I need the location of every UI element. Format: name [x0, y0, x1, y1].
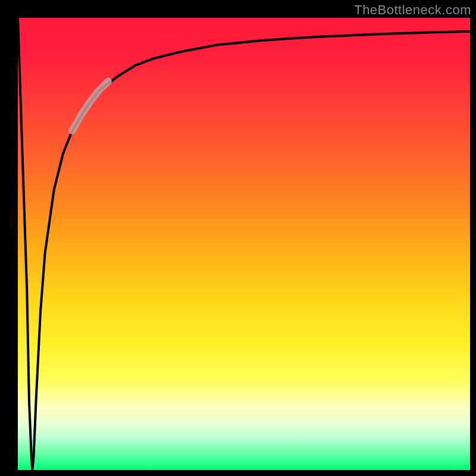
watermark-text: TheBottleneck.com [354, 2, 471, 18]
plot-area [18, 18, 470, 470]
chart-stage: TheBottleneck.com [0, 0, 476, 476]
gradient-background [18, 18, 470, 470]
